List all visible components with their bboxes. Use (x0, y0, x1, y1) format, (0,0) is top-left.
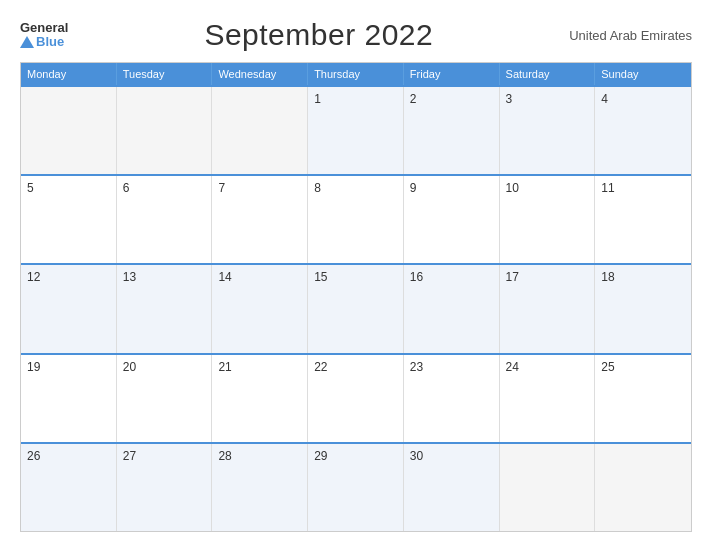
day-number: 14 (218, 270, 231, 284)
day-cell: 2 (404, 87, 500, 174)
week-row-2: 12131415161718 (21, 263, 691, 352)
day-header-monday: Monday (21, 63, 117, 85)
day-number: 3 (506, 92, 513, 106)
day-number: 12 (27, 270, 40, 284)
day-header-sunday: Sunday (595, 63, 691, 85)
day-cell: 8 (308, 176, 404, 263)
day-number: 19 (27, 360, 40, 374)
day-number: 15 (314, 270, 327, 284)
week-row-4: 2627282930 (21, 442, 691, 531)
day-number: 25 (601, 360, 614, 374)
day-number: 2 (410, 92, 417, 106)
day-number: 21 (218, 360, 231, 374)
day-number: 23 (410, 360, 423, 374)
day-number: 16 (410, 270, 423, 284)
weeks-container: 1234567891011121314151617181920212223242… (21, 85, 691, 531)
day-header-wednesday: Wednesday (212, 63, 308, 85)
day-cell: 4 (595, 87, 691, 174)
day-number: 4 (601, 92, 608, 106)
calendar-header: General Blue September 2022 United Arab … (20, 18, 692, 52)
logo-blue-text: Blue (36, 34, 64, 49)
logo-triangle-icon (20, 36, 34, 48)
day-cell: 29 (308, 444, 404, 531)
day-cell (212, 87, 308, 174)
country-label: United Arab Emirates (569, 28, 692, 43)
day-cell: 13 (117, 265, 213, 352)
day-number: 24 (506, 360, 519, 374)
day-number: 7 (218, 181, 225, 195)
day-cell (595, 444, 691, 531)
day-cell: 9 (404, 176, 500, 263)
day-cell: 14 (212, 265, 308, 352)
day-number: 27 (123, 449, 136, 463)
logo: General Blue (20, 21, 68, 49)
day-cell: 25 (595, 355, 691, 442)
day-number: 30 (410, 449, 423, 463)
day-cell: 16 (404, 265, 500, 352)
day-number: 8 (314, 181, 321, 195)
day-number: 11 (601, 181, 614, 195)
day-cell: 26 (21, 444, 117, 531)
day-cell: 15 (308, 265, 404, 352)
day-cell: 21 (212, 355, 308, 442)
week-row-3: 19202122232425 (21, 353, 691, 442)
day-header-saturday: Saturday (500, 63, 596, 85)
week-row-1: 567891011 (21, 174, 691, 263)
logo-general-text: General (20, 21, 68, 34)
day-number: 13 (123, 270, 136, 284)
calendar-grid: MondayTuesdayWednesdayThursdayFridaySatu… (20, 62, 692, 532)
day-cell: 6 (117, 176, 213, 263)
day-cell: 20 (117, 355, 213, 442)
day-cell: 28 (212, 444, 308, 531)
day-number: 28 (218, 449, 231, 463)
day-headers-row: MondayTuesdayWednesdayThursdayFridaySatu… (21, 63, 691, 85)
day-cell: 27 (117, 444, 213, 531)
day-cell: 17 (500, 265, 596, 352)
day-cell: 1 (308, 87, 404, 174)
day-cell (117, 87, 213, 174)
day-number: 29 (314, 449, 327, 463)
day-header-friday: Friday (404, 63, 500, 85)
day-cell: 10 (500, 176, 596, 263)
day-cell: 24 (500, 355, 596, 442)
day-number: 10 (506, 181, 519, 195)
day-cell: 12 (21, 265, 117, 352)
day-number: 20 (123, 360, 136, 374)
day-cell: 5 (21, 176, 117, 263)
day-cell: 22 (308, 355, 404, 442)
calendar-page: General Blue September 2022 United Arab … (0, 0, 712, 550)
day-number: 22 (314, 360, 327, 374)
day-number: 5 (27, 181, 34, 195)
day-cell: 7 (212, 176, 308, 263)
day-cell: 23 (404, 355, 500, 442)
day-cell: 11 (595, 176, 691, 263)
logo-blue-row: Blue (20, 34, 64, 49)
day-cell: 18 (595, 265, 691, 352)
day-cell: 3 (500, 87, 596, 174)
day-number: 1 (314, 92, 321, 106)
day-cell: 30 (404, 444, 500, 531)
day-number: 6 (123, 181, 130, 195)
day-number: 18 (601, 270, 614, 284)
week-row-0: 1234 (21, 85, 691, 174)
day-number: 9 (410, 181, 417, 195)
day-header-tuesday: Tuesday (117, 63, 213, 85)
day-cell (21, 87, 117, 174)
day-header-thursday: Thursday (308, 63, 404, 85)
day-cell: 19 (21, 355, 117, 442)
day-cell (500, 444, 596, 531)
day-number: 17 (506, 270, 519, 284)
day-number: 26 (27, 449, 40, 463)
calendar-title: September 2022 (204, 18, 433, 52)
